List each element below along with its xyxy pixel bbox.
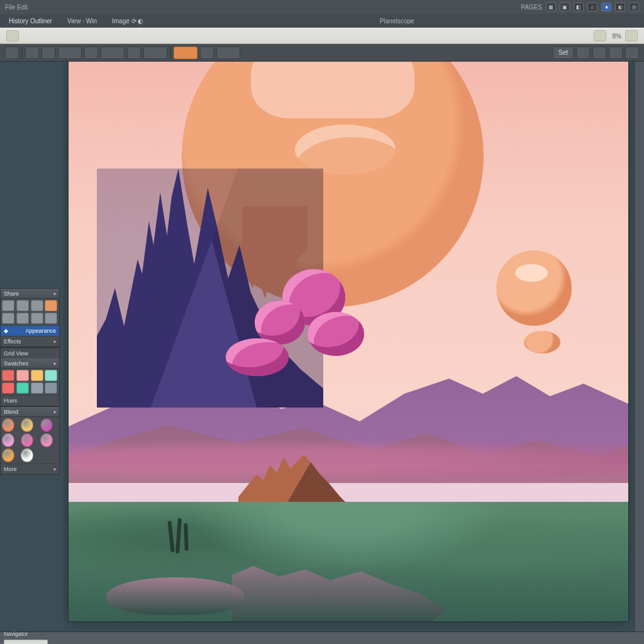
orb-4[interactable]	[21, 433, 33, 447]
opt-stroke-icon[interactable]	[200, 47, 214, 59]
opt-cursor-icon[interactable]	[5, 47, 19, 59]
tool-wand-icon[interactable]	[31, 300, 43, 311]
tool-text-icon[interactable]	[31, 313, 43, 324]
swatch-3[interactable]	[45, 370, 57, 381]
panel-more-row[interactable]: More	[1, 464, 59, 474]
toolbar-zoom-label: 8%	[613, 33, 621, 40]
opt-hand-icon[interactable]	[25, 47, 39, 59]
swatch-grid	[1, 369, 59, 395]
panel-effects-row[interactable]: Effects	[1, 336, 59, 347]
panel-share-header[interactable]: Share	[1, 289, 59, 299]
tool-gear-icon[interactable]	[625, 30, 638, 42]
opt-eraser-icon[interactable]	[101, 47, 125, 59]
orb-1[interactable]	[21, 418, 33, 432]
orb-2[interactable]	[40, 418, 53, 432]
orb-5[interactable]	[40, 433, 53, 447]
statusbar: Navigator	[0, 631, 644, 644]
panel-grid: Grid View Swatches Hues	[0, 347, 60, 406]
opt-sep-2	[170, 47, 171, 59]
opt-brush-icon[interactable]	[84, 47, 98, 59]
titlebar-btn-4[interactable]: ⌂	[587, 3, 597, 11]
status-nav-input[interactable]	[4, 640, 48, 645]
titlebar-btn-2[interactable]: ▣	[560, 3, 570, 11]
swatch-4[interactable]	[2, 382, 14, 394]
opt-shape-icon[interactable]	[143, 47, 167, 59]
chevron-down-icon[interactable]	[53, 338, 56, 345]
canvas-viewport[interactable]	[63, 62, 634, 631]
tool-search-icon[interactable]	[594, 30, 606, 42]
chevron-down-icon[interactable]	[53, 360, 56, 367]
art-pond-2	[106, 577, 245, 615]
chevron-down-icon[interactable]	[53, 291, 56, 297]
titlebar: File Edit PAGES ▦ ▣ ◧ ⌂ ★ ◐ ◎	[0, 0, 644, 14]
opt-sep-1	[21, 47, 23, 59]
opt-snap-icon[interactable]	[592, 47, 606, 59]
titlebar-btn-globe[interactable]: ◐	[615, 3, 625, 11]
swatch-0[interactable]	[2, 370, 14, 381]
opt-render-icon[interactable]	[625, 47, 639, 59]
orb-grid	[1, 417, 59, 464]
menu-view-a[interactable]: View · Win	[64, 16, 101, 26]
chevron-down-icon[interactable]	[53, 466, 56, 472]
panel-dock: Share ◆Appearance Effects Grid View Swat…	[0, 288, 60, 475]
tool-eraser-2-icon[interactable]	[2, 313, 14, 324]
right-scroll-sliver[interactable]	[634, 62, 644, 631]
opt-color-active[interactable]	[174, 47, 197, 59]
panel-grid-header[interactable]: Grid View	[1, 348, 59, 358]
art-pink-cloud-3	[308, 312, 364, 356]
panel-share: Share ◆Appearance Effects	[0, 288, 60, 347]
panel-blend-header[interactable]: Blend	[1, 407, 59, 417]
options-bar: Set	[0, 44, 644, 62]
swatch-1[interactable]	[16, 370, 29, 381]
orb-6[interactable]	[2, 448, 14, 462]
art-planet-small	[496, 250, 572, 326]
panel-blend: Blend More	[0, 406, 60, 475]
panel-swatches-header[interactable]: Swatches	[1, 358, 59, 369]
art-haze	[69, 439, 628, 483]
tool-gradient-icon[interactable]	[16, 313, 29, 324]
opt-fill-icon[interactable]	[127, 47, 141, 59]
orb-3[interactable]	[2, 433, 14, 447]
orb-7[interactable]	[21, 448, 33, 462]
orb-0[interactable]	[2, 418, 14, 432]
home-icon[interactable]	[6, 30, 19, 42]
menu-image[interactable]: Image ⟳ ◐	[108, 16, 147, 26]
opt-submit[interactable]: Set	[553, 47, 574, 59]
status-label: Navigator	[4, 631, 28, 637]
tool-move-icon[interactable]	[2, 300, 14, 311]
opt-layer-icon[interactable]	[216, 47, 240, 59]
titlebar-btn-help[interactable]: ◎	[629, 3, 639, 11]
panel-hues-row[interactable]: Hues	[1, 395, 59, 406]
art-planet-tiny	[524, 331, 560, 353]
titlebar-btn-new[interactable]: ★	[601, 3, 611, 11]
art-pink-cloud-4	[226, 338, 289, 376]
menu-mode[interactable]: History Outliner	[5, 16, 56, 26]
swatch-7[interactable]	[45, 382, 57, 394]
opt-grid-icon[interactable]	[609, 47, 623, 59]
workspace: Share ◆Appearance Effects Grid View Swat…	[0, 62, 644, 631]
swatch-5[interactable]	[16, 382, 29, 394]
titlebar-title: File Edit	[5, 4, 521, 11]
panel-appearance-row[interactable]: ◆Appearance	[1, 325, 59, 336]
canvas-artwork[interactable]	[69, 62, 628, 621]
chevron-down-icon[interactable]	[53, 409, 56, 415]
tool-lasso-icon[interactable]	[16, 300, 29, 311]
opt-settings-icon[interactable]	[576, 47, 590, 59]
document-title: Planetscope	[380, 18, 414, 25]
swatch-2[interactable]	[31, 370, 43, 381]
menubar: History Outliner View · Win Image ⟳ ◐ Pl…	[0, 14, 644, 28]
tool-brush-active-icon[interactable]	[45, 300, 57, 311]
opt-history-icon[interactable]	[58, 47, 82, 59]
toolbar: 8%	[0, 28, 644, 44]
opt-zoom-icon[interactable]	[42, 47, 55, 59]
swatch-6[interactable]	[31, 382, 43, 394]
titlebar-btn-3[interactable]: ◧	[574, 3, 584, 11]
titlebar-btn-1[interactable]: ▦	[546, 3, 556, 11]
pages-label: PAGES	[521, 4, 542, 11]
tool-hand-2-icon[interactable]	[45, 313, 57, 324]
